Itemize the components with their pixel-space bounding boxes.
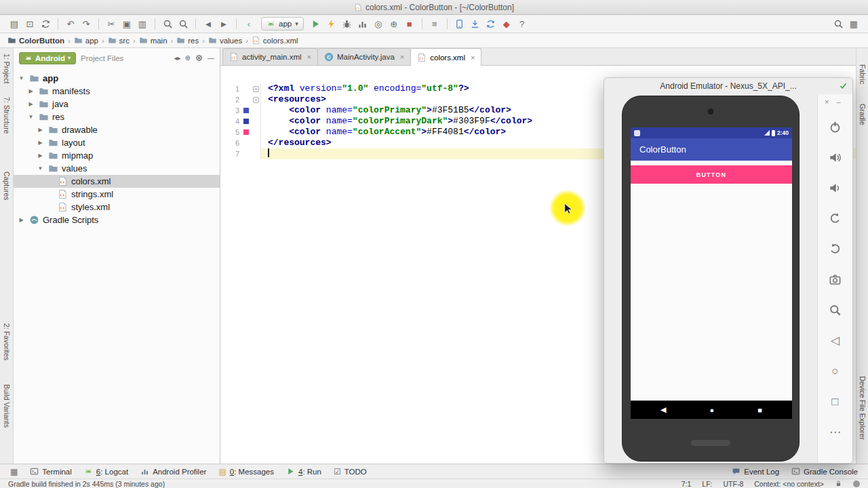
tool-window-button-event-log[interactable]: Event Log xyxy=(726,464,785,479)
nav-overview-icon[interactable]: ■ xyxy=(757,406,762,414)
more-icon[interactable]: ⋯ xyxy=(824,420,847,443)
tool-window-button-tool-window-switcher[interactable]: ▦ xyxy=(4,464,24,479)
tool-button-device-file-explorer[interactable]: Device File Explorer xyxy=(859,376,867,440)
tool-button-fabric[interactable]: Fabric xyxy=(859,64,867,84)
caret-position[interactable]: 7:1 xyxy=(682,480,692,488)
breadcrumb-item-main[interactable]: main xyxy=(137,36,170,45)
zoom-icon[interactable] xyxy=(824,298,847,321)
scroll-to-source-icon[interactable]: ◂▸ xyxy=(174,55,181,62)
expand-arrow-icon[interactable]: ▶ xyxy=(18,217,25,223)
close-tab-icon[interactable]: × xyxy=(471,54,475,62)
fold-marker[interactable]: − xyxy=(252,83,261,94)
collapse-arrow-icon[interactable]: ▼ xyxy=(37,165,44,171)
attach-debugger-icon[interactable]: ⊕ xyxy=(387,16,401,31)
navigate-back-icon[interactable]: ‹ xyxy=(241,16,256,31)
apply-changes-icon[interactable] xyxy=(324,16,339,31)
color-swatch[interactable] xyxy=(241,127,252,138)
sdk-manager-icon[interactable] xyxy=(468,16,483,31)
rotate-left-icon[interactable] xyxy=(824,207,847,230)
editor-tab-mainactivity-java[interactable]: MainActivity.java× xyxy=(317,48,411,65)
power-icon[interactable] xyxy=(824,115,847,138)
emulator-titlebar[interactable]: Android Emulator - Nexus_5X_API_... xyxy=(604,78,852,94)
locate-icon[interactable]: ⊕ xyxy=(185,55,191,62)
file-encoding[interactable]: UTF-8 xyxy=(724,480,744,488)
close-tab-icon[interactable]: × xyxy=(307,53,311,61)
tool-button-captures[interactable]: Captures xyxy=(3,171,11,201)
coverage-icon[interactable]: ◎ xyxy=(371,16,386,31)
breadcrumb-item-colors-xml[interactable]: colors.xml xyxy=(250,36,300,45)
color-swatch[interactable] xyxy=(241,105,252,116)
tree-item-strings-xml[interactable]: strings.xml xyxy=(14,188,220,201)
avd-manager-icon[interactable] xyxy=(452,16,467,31)
search-everywhere-icon[interactable] xyxy=(831,16,846,31)
tree-item-values[interactable]: ▼values xyxy=(14,162,220,175)
tree-item-drawable[interactable]: ▶drawable xyxy=(14,123,220,136)
tree-item-manifests[interactable]: ▶manifests xyxy=(14,85,220,98)
lock-icon[interactable] xyxy=(835,480,842,487)
breadcrumb-item-app[interactable]: app xyxy=(72,36,100,45)
collapse-arrow-icon[interactable]: ▼ xyxy=(18,75,25,81)
help-icon[interactable]: ? xyxy=(515,16,530,31)
breadcrumb-item-res[interactable]: res xyxy=(174,36,201,45)
close-tab-icon[interactable]: × xyxy=(400,53,404,61)
breadcrumb-item-colorbutton[interactable]: ColorButton xyxy=(5,36,66,45)
tool-window-button-terminal[interactable]: Terminal xyxy=(24,464,77,479)
back-icon[interactable]: ◁ xyxy=(824,329,847,352)
open-icon[interactable]: ▤ xyxy=(7,16,22,31)
hide-panel-icon[interactable]: — xyxy=(208,55,214,62)
inspections-indicator-icon[interactable] xyxy=(853,481,860,487)
editor-tab-activity-main-xml[interactable]: activity_main.xml× xyxy=(222,48,318,65)
volume-down-icon[interactable] xyxy=(824,176,847,199)
color-swatch[interactable] xyxy=(241,116,252,127)
expand-arrow-icon[interactable]: ▶ xyxy=(37,140,44,146)
collapse-arrow-icon[interactable]: ▼ xyxy=(27,114,35,120)
tool-window-button-run[interactable]: 4: Run xyxy=(280,464,328,479)
nav-home-icon[interactable]: ● xyxy=(710,406,715,414)
save-all-icon[interactable]: ⊡ xyxy=(22,16,37,31)
undo-icon[interactable]: ↶ xyxy=(63,16,78,31)
tree-item-res[interactable]: ▼res xyxy=(14,110,220,123)
run-configuration-dropdown[interactable]: app▾ xyxy=(261,17,304,30)
profiler-icon[interactable] xyxy=(355,16,370,31)
tool-window-button-android-profiler[interactable]: Android Profiler xyxy=(134,464,212,479)
redo-icon[interactable]: ↷ xyxy=(79,16,94,31)
breadcrumb-item-values[interactable]: values xyxy=(206,36,244,45)
tree-item-mipmap[interactable]: ▶mipmap xyxy=(14,149,220,162)
firebase-icon[interactable]: ◆ xyxy=(499,16,514,31)
expand-arrow-icon[interactable]: ▶ xyxy=(27,101,35,107)
replace-icon[interactable] xyxy=(176,16,191,31)
tool-button-1-project[interactable]: 1: Project xyxy=(3,54,11,83)
debug-icon[interactable] xyxy=(340,16,355,31)
editor-tab-colors-xml[interactable]: colors.xml× xyxy=(410,48,481,66)
fold-marker[interactable]: − xyxy=(252,94,261,105)
tool-button-7-structure[interactable]: 7: Structure xyxy=(3,97,11,134)
expand-arrow-icon[interactable]: ▶ xyxy=(27,88,35,94)
close-emulator-icon[interactable]: × xyxy=(825,98,829,106)
phone-screen[interactable]: 2:40 ColorButton BUTTON ◀ ● ■ xyxy=(631,127,792,419)
tree-item-layout[interactable]: ▶layout xyxy=(14,136,220,149)
forward-icon[interactable]: ► xyxy=(216,16,231,31)
tree-item-colors-xml[interactable]: colors.xml xyxy=(14,175,220,188)
tool-button-gradle[interactable]: Gradle xyxy=(859,104,867,125)
tree-item-gradle-scripts[interactable]: ▶Gradle Scripts xyxy=(14,214,220,226)
nav-back-icon[interactable]: ◀ xyxy=(660,405,666,414)
screenshot-icon[interactable] xyxy=(824,268,847,291)
tool-button-2-favorites[interactable]: 2: Favorites xyxy=(3,323,11,361)
project-view-selector[interactable]: Android ▾ xyxy=(19,52,76,64)
overview-icon[interactable]: □ xyxy=(824,390,847,413)
tool-window-button-todo[interactable]: ☑TODO xyxy=(328,464,373,479)
minimize-emulator-icon[interactable]: – xyxy=(836,98,840,106)
cut-icon[interactable]: ✂ xyxy=(104,16,119,31)
project-files-tab[interactable]: Project Files xyxy=(81,54,123,62)
expand-arrow-icon[interactable]: ▶ xyxy=(37,152,44,159)
run-icon[interactable] xyxy=(309,16,323,31)
home-icon[interactable]: ○ xyxy=(824,359,847,382)
paste-icon[interactable]: ▥ xyxy=(135,16,150,31)
tool-windows-icon[interactable]: ≡ xyxy=(427,16,442,31)
app-button[interactable]: BUTTON xyxy=(631,165,792,184)
settings-icon[interactable] xyxy=(195,54,203,62)
tool-window-button-logcat[interactable]: 6: Logcat xyxy=(78,464,134,479)
rotate-right-icon[interactable] xyxy=(824,237,847,260)
sync-icon[interactable] xyxy=(38,16,53,31)
volume-up-icon[interactable] xyxy=(824,146,847,169)
